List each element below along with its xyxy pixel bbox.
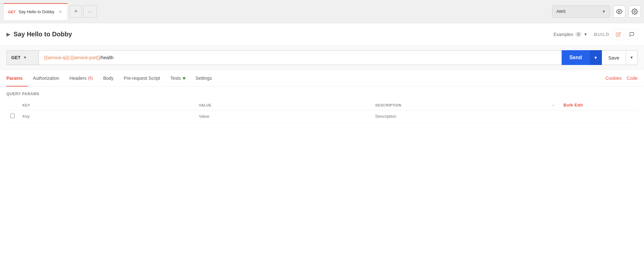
tab-tests-label: Tests (170, 76, 181, 81)
tab-authorization[interactable]: Authorization (28, 70, 65, 87)
tab-headers-badge: (6) (88, 76, 93, 80)
examples-label: Examples (553, 32, 573, 37)
value-cell[interactable] (195, 110, 371, 123)
code-link[interactable]: Code (627, 76, 638, 81)
cookies-link[interactable]: Cookies (605, 76, 622, 81)
tab-method: GET (8, 10, 15, 14)
header-right: AWS ▼ (552, 5, 641, 18)
tab-add-button[interactable]: + (70, 5, 82, 18)
send-label: Send (569, 55, 582, 60)
svg-point-0 (619, 11, 620, 12)
description-cell[interactable] (371, 110, 548, 123)
environment-selector[interactable]: AWS ▼ (552, 5, 610, 18)
tab-close-button[interactable]: × (58, 8, 63, 15)
tabs-right-links: Cookies Code (605, 76, 638, 81)
edit-button[interactable] (613, 29, 624, 40)
edit-icon (616, 32, 621, 37)
send-dropdown-button[interactable]: ▼ (590, 50, 602, 65)
tab-body-label: Body (103, 76, 113, 81)
examples-area[interactable]: Examples 0 ▼ (553, 32, 587, 37)
url-path: /health (100, 55, 113, 60)
tab-settings[interactable]: Settings (191, 70, 217, 87)
bulk-edit-button[interactable]: Bulk Edit (563, 103, 583, 107)
method-chevron-icon: ▼ (23, 55, 27, 60)
eye-button[interactable] (613, 5, 625, 18)
table-row (6, 110, 638, 123)
comment-icon (629, 32, 634, 37)
settings-button[interactable] (629, 5, 641, 18)
tab-authorization-label: Authorization (33, 76, 59, 81)
value-input[interactable] (199, 114, 368, 119)
tab-more-button[interactable]: ··· (83, 5, 97, 18)
examples-chevron-icon: ▼ (584, 32, 587, 37)
eye-icon (616, 8, 622, 15)
key-input[interactable] (22, 114, 191, 119)
tab-tests[interactable]: Tests (165, 70, 191, 87)
tab-pre-request-label: Pre-request Script (124, 76, 160, 81)
examples-count: 0 (575, 32, 582, 37)
query-params-title: Query Params (6, 92, 638, 96)
tab-settings-label: Settings (196, 76, 212, 81)
col-dots: ··· (548, 100, 559, 110)
request-name-bar: ▶ Say Hello to Dobby Examples 0 ▼ BUILD (0, 23, 644, 46)
col-key: KEY (19, 100, 195, 110)
save-dropdown-chevron-icon: ▼ (630, 55, 634, 60)
save-button[interactable]: Save (602, 50, 626, 65)
send-button[interactable]: Send (562, 50, 590, 65)
col-description: DESCRIPTION (371, 100, 548, 110)
env-label: AWS (556, 9, 599, 14)
save-dropdown-button[interactable]: ▼ (626, 50, 638, 65)
tab-body[interactable]: Body (98, 70, 119, 87)
col-bulk-edit: Bulk Edit (559, 100, 638, 110)
tabs-row: Params Authorization Headers (6) Body Pr… (0, 70, 644, 87)
tab-params-label: Params (6, 76, 23, 81)
params-section: Query Params KEY VALUE DESCRIPTION ··· B… (0, 87, 644, 123)
key-cell[interactable] (19, 110, 195, 123)
svg-point-1 (634, 11, 636, 12)
comment-button[interactable] (626, 29, 638, 40)
row-extra (559, 110, 638, 123)
tab-pre-request[interactable]: Pre-request Script (119, 70, 165, 87)
tab-params[interactable]: Params (6, 70, 28, 87)
send-dropdown-chevron-icon: ▼ (594, 55, 598, 60)
col-value: VALUE (195, 100, 371, 110)
tab-headers-label: Headers (69, 76, 86, 81)
row-checkbox[interactable] (10, 114, 15, 118)
url-template: {{service-ip}}:{{service-port}} (44, 55, 100, 60)
row-dots (548, 110, 559, 123)
request-title: Say Hello to Dobby (13, 31, 553, 38)
row-checkbox-cell (6, 110, 19, 123)
method-select[interactable]: GET ▼ (6, 50, 39, 65)
description-input[interactable] (375, 114, 544, 119)
collapse-button[interactable]: ▶ (6, 31, 10, 37)
tab-bar: GET Say Hello to Dobby × + ··· AWS ▼ (0, 0, 644, 23)
tab-name: Say Hello to Dobby (19, 9, 54, 14)
url-bar: GET ▼ {{service-ip}}:{{service-port}}/he… (0, 46, 644, 70)
tab-item[interactable]: GET Say Hello to Dobby × (3, 3, 68, 20)
save-label: Save (608, 55, 619, 60)
tab-tests-dot (183, 77, 185, 79)
tab-headers[interactable]: Headers (6) (64, 70, 98, 87)
build-button[interactable]: BUILD (594, 32, 609, 37)
method-label: GET (11, 55, 21, 60)
col-checkbox (6, 100, 19, 110)
env-chevron-icon: ▼ (602, 9, 606, 14)
settings-icon (631, 8, 638, 15)
url-input[interactable]: {{service-ip}}:{{service-port}}/health (39, 50, 562, 65)
params-table: KEY VALUE DESCRIPTION ··· Bulk Edit (6, 100, 638, 123)
